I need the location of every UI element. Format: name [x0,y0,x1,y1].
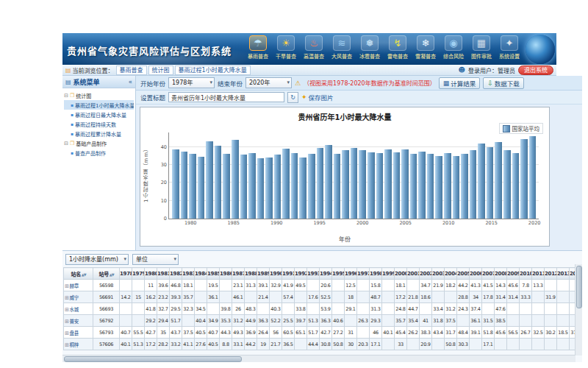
nav-item-settings[interactable]: ✦系统设置 [498,35,521,60]
chart-title-input[interactable] [168,92,284,102]
column-header-year[interactable]: 1987 [232,268,245,280]
sidebar-item-label: 暴雨过程日最大降水量 [75,111,126,118]
expand-row-icon[interactable]: ⊞ [65,342,69,348]
column-header-year[interactable]: 1986 [220,268,232,280]
column-header-year[interactable]: 1981 [157,268,170,280]
column-header-year[interactable]: 2006 [470,268,482,280]
save-image-link[interactable]: ✦ 保存图片 [301,93,334,102]
column-header-year[interactable]: 2005 [457,268,470,280]
breadcrumb-item-2[interactable]: 统计图 [148,66,173,75]
sort-icon[interactable]: ▲▼ [110,272,114,277]
expand-row-icon[interactable]: ⊞ [65,319,69,325]
sidebar-item[interactable]: ▪暴雨过程累计降水量 [64,129,134,138]
column-header-year[interactable]: 1989 [257,268,270,280]
expand-row-icon[interactable]: ⊞ [65,307,69,313]
column-header-year[interactable]: 1978 [120,268,132,280]
start-year-select[interactable]: 1978年 [168,77,215,88]
column-header-year[interactable]: 2003 [432,268,445,280]
column-header-year[interactable]: 1996 [345,268,357,280]
column-header-year[interactable]: 1995 [332,268,345,280]
value-cell: 35 [157,327,170,339]
column-header-year[interactable]: 2002 [420,268,432,280]
nav-item-drought[interactable]: ☀干旱普查 [274,35,298,60]
value-cell: 44.9 [245,315,257,327]
logout-button[interactable]: 退出系统 [518,66,553,75]
breadcrumb-item-3[interactable]: 暴雨过程1小时最大降水量 [175,66,251,75]
expander-icon[interactable]: ⊟ [64,141,68,146]
unit-filter-select[interactable]: 单位 [132,254,179,265]
value-cell: 23.1 [232,280,245,291]
column-header-year[interactable]: 1979 [132,268,145,280]
sidebar-item[interactable]: ▪暴雨过程日最大降水量 [64,110,134,119]
column-header-year[interactable]: 2004 [445,268,457,280]
strong-wind-icon: ≋ [333,35,351,51]
column-header-year[interactable]: 2013 [557,268,570,280]
column-header-year[interactable]: 1985 [207,268,220,280]
column-header-id[interactable]: 站号▲▼ [93,268,120,280]
column-header-year[interactable]: 1992 [295,268,307,280]
refresh-title-button[interactable]: ↻ [287,92,298,103]
value-cell: 20.6 [320,280,332,291]
column-header-year[interactable]: 1988 [245,268,257,280]
column-header-year[interactable]: 2009 [507,268,520,280]
breadcrumb-item-1[interactable]: 暴雨普查 [116,66,147,75]
expand-row-icon[interactable]: ⊞ [65,295,69,301]
nav-item-hail[interactable]: ❅冰雹普查 [358,35,381,60]
column-header-year[interactable]: 1991 [282,268,295,280]
element-filter-select[interactable]: 1小时降水量(mm) [65,254,129,265]
column-header-year[interactable]: 2001 [407,268,420,280]
nav-item-wind[interactable]: ≋大风普查 [330,35,354,60]
collapse-sidebar-icon[interactable]: « [129,79,132,85]
value-cell: 14.2 [120,291,132,303]
value-cell [507,303,520,315]
column-header-year[interactable]: 2007 [482,268,495,280]
column-header-year[interactable]: 1998 [370,268,382,280]
column-header-year[interactable]: 2008 [495,268,507,280]
column-header-year[interactable]: 1984 [195,268,207,280]
sidebar-item[interactable]: ▪普查产品制作 [64,148,134,158]
column-header-year[interactable]: 1999 [382,268,395,280]
nav-item-rainstorm[interactable]: ☂暴雨普查 [246,35,270,60]
column-header-year[interactable]: 1993 [307,268,320,280]
value-cell: 40.5 [195,327,207,339]
column-header-year[interactable]: 2011 [532,268,545,280]
column-header-station[interactable]: 站名▲▼ [64,268,93,280]
table-vertical-scrollbar[interactable] [575,264,582,355]
value-cell: 45.6 [495,327,507,339]
expand-row-icon[interactable]: ⊞ [65,330,69,336]
nav-item-heat[interactable]: ♨高温普查 [302,35,326,60]
nav-item-approval[interactable]: ▦图件审批 [470,35,493,60]
sidebar-item[interactable]: ▪暴雨过程1小时最大降水量 [64,100,134,110]
tree-group-1[interactable]: ⊟❐统计图 [64,91,134,100]
column-header-year[interactable]: 1997 [357,268,370,280]
column-header-year[interactable]: 1983 [182,268,195,280]
column-header-year[interactable]: 1980 [145,268,157,280]
value-cell: 26.4 [257,327,270,339]
start-year-label: 开始年份 [140,79,165,88]
tree-group-2[interactable]: ⊟❐基础产品制作 [64,138,134,148]
calculate-button[interactable]: ▦ 计算结果 [439,77,481,89]
value-cell: 31 [345,327,357,339]
end-year-select[interactable]: 2020年 [245,77,292,88]
column-header-year[interactable]: 1990 [270,268,282,280]
column-header-year[interactable]: 1982 [170,268,182,280]
expand-row-icon[interactable]: ⊞ [65,283,69,289]
data-download-button[interactable]: ⇩ 数据下载 [483,77,524,89]
nav-item-risk[interactable]: ◉综合风险 [442,35,465,60]
value-cell: 30.3 [457,339,470,350]
vertical-scroll-thumb[interactable] [576,266,582,308]
sort-icon[interactable]: ▲▼ [82,272,86,277]
table-horizontal-scrollbar[interactable] [62,355,576,362]
horizontal-scroll-thumb[interactable] [64,356,242,362]
column-header-year[interactable]: 2012 [545,268,557,280]
column-header-year[interactable]: 1994 [320,268,332,280]
y-tick-label: 20 [161,180,167,185]
value-cell [295,339,307,350]
nav-item-snow[interactable]: ❄雪凝普查 [414,35,437,60]
expander-icon[interactable]: ⊟ [64,93,68,99]
document-icon: ▪ [71,102,74,107]
column-header-year[interactable]: 2000 [395,268,407,280]
sidebar-item[interactable]: ▪暴雨过程持续天数 [64,119,134,129]
column-header-year[interactable]: 2010 [520,268,532,280]
nav-item-lightning[interactable]: ↯雷电普查 [386,35,409,60]
